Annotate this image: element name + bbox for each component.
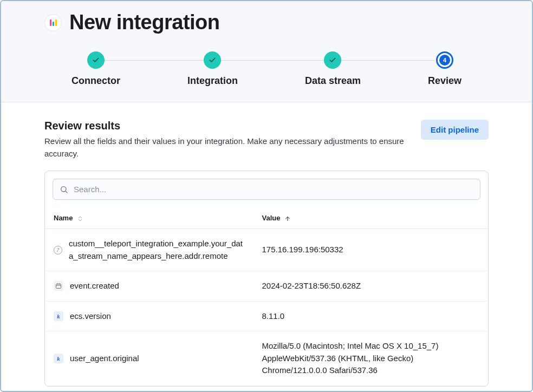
keyword-field-icon: k [54, 311, 63, 321]
column-header-value-label: Value [262, 214, 280, 222]
column-header-value[interactable]: Value [253, 207, 488, 229]
results-table: Name Value [45, 207, 488, 386]
edit-pipeline-button[interactable]: Edit pipeline [421, 120, 489, 140]
table-row[interactable]: event.created 2024-02-23T18:56:50.628Z [45, 271, 488, 302]
field-name: ecs.version [70, 310, 111, 323]
section-title: Review results [44, 120, 408, 132]
step-integration[interactable]: Integration [187, 51, 238, 87]
stepper: Connector Integration Data stream 4 Revi… [1, 34, 532, 87]
keyword-field-icon: k [54, 354, 63, 363]
unknown-field-icon: ? [54, 246, 62, 254]
svg-point-0 [61, 186, 66, 191]
integration-logo-icon [44, 14, 62, 31]
step-review[interactable]: 4 Review [428, 51, 461, 87]
field-value: 175.16.199.196:50332 [253, 229, 488, 271]
check-icon [204, 51, 221, 69]
stepper-line [99, 60, 434, 61]
step-connector[interactable]: Connector [72, 51, 120, 87]
field-name: event.created [70, 280, 119, 292]
search-input[interactable] [74, 185, 473, 194]
column-header-name[interactable]: Name [45, 207, 253, 229]
step-label: Review [428, 75, 461, 87]
date-field-icon [54, 281, 63, 291]
step-label: Integration [187, 75, 238, 87]
check-icon [324, 51, 341, 69]
svg-rect-3 [56, 284, 61, 289]
field-value: 2024-02-23T18:56:50.628Z [253, 271, 488, 302]
field-name: custom__teleport_integration_example.you… [69, 238, 244, 262]
results-panel: Name Value [44, 171, 489, 387]
title-row: New integration [1, 11, 532, 34]
search-icon [60, 185, 68, 194]
table-row[interactable]: ? custom__teleport_integration_example.y… [45, 229, 488, 271]
field-name: user_agent.original [70, 352, 139, 365]
search-box[interactable] [53, 179, 480, 200]
svg-line-1 [66, 191, 67, 193]
step-label: Data stream [305, 75, 361, 87]
search-wrap [45, 171, 488, 207]
field-value: 8.11.0 [253, 301, 488, 331]
column-header-name-label: Name [54, 214, 73, 222]
step-data-stream[interactable]: Data stream [305, 51, 361, 87]
page-title: New integration [69, 11, 220, 34]
header-region: New integration Connector Integration Da… [1, 1, 532, 102]
step-label: Connector [72, 75, 120, 87]
sort-asc-icon [284, 215, 291, 222]
field-value: Mozilla/5.0 (Macintosh; Intel Mac OS X 1… [253, 331, 488, 386]
sort-both-icon [77, 215, 83, 222]
table-row[interactable]: k ecs.version 8.11.0 [45, 301, 488, 331]
section-head: Review results Review all the fields and… [44, 120, 489, 160]
active-step-icon: 4 [436, 51, 453, 69]
check-icon [87, 51, 105, 69]
main-content: Review results Review all the fields and… [1, 102, 532, 387]
section-description: Review all the fields and their values i… [44, 135, 408, 160]
table-row[interactable]: k user_agent.original Mozilla/5.0 (Macin… [45, 331, 488, 386]
